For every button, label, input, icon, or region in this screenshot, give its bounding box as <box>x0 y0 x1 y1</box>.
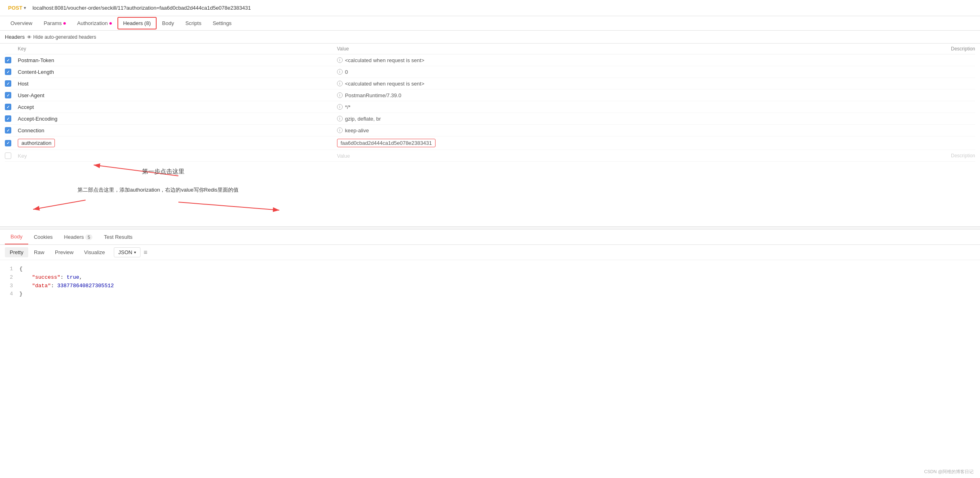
desc-placeholder: Description <box>720 153 975 159</box>
code-line-4: 4 } <box>5 290 975 298</box>
authorization-value-box: faa6d0cbad2d444ca1d5e078e2383431 <box>337 139 436 147</box>
tab-cookies[interactable]: Cookies <box>28 230 59 244</box>
code-line-1: 1 { <box>5 265 975 273</box>
svg-line-4 <box>33 200 86 209</box>
code-content-4: } <box>19 290 23 298</box>
key-authorization[interactable]: authorization <box>18 139 337 147</box>
tab-headers[interactable]: Headers (8) <box>117 17 157 29</box>
authorization-key-box: authorization <box>18 139 55 147</box>
code-value-data: 338778640827305512 <box>57 283 114 289</box>
line-num-3: 3 <box>5 282 13 290</box>
tab-body-response[interactable]: Body <box>5 230 28 244</box>
headers-badge: 5 <box>85 234 92 240</box>
resp-tab-raw[interactable]: Raw <box>29 247 49 257</box>
code-content-3: "data": 338778640827305512 <box>19 282 114 290</box>
key-content-length: Content-Length <box>18 69 337 75</box>
code-line-2: 2 "success": true, <box>5 273 975 282</box>
headers-subheader: Headers 👁 Hide auto-generated headers <box>0 31 980 44</box>
step1-annotation: 第一步点击这里 <box>142 168 184 175</box>
value-user-agent: i PostmanRuntime/7.39.0 <box>337 92 720 98</box>
line-num-4: 4 <box>5 290 13 298</box>
checkbox-host[interactable] <box>5 80 18 87</box>
url-input[interactable] <box>32 5 975 11</box>
method-select[interactable]: POST ▾ <box>5 3 29 13</box>
headers-label: Headers <box>5 34 25 40</box>
tab-settings[interactable]: Settings <box>207 16 237 30</box>
info-icon[interactable]: i <box>337 127 343 133</box>
checkbox-accept-encoding[interactable] <box>5 115 18 122</box>
code-line-3: 3 "data": 338778640827305512 <box>5 282 975 290</box>
table-row: User-Agent i PostmanRuntime/7.39.0 <box>5 90 975 101</box>
value-placeholder[interactable]: Value <box>337 153 720 159</box>
tab-headers-response[interactable]: Headers 5 <box>59 230 98 244</box>
resp-tab-preview[interactable]: Preview <box>50 247 78 257</box>
value-accept: i */* <box>337 104 720 110</box>
url-bar: POST ▾ <box>0 0 980 16</box>
resp-tab-pretty[interactable]: Pretty <box>5 247 28 257</box>
key-connection: Connection <box>18 127 337 134</box>
table-row: Accept i */* <box>5 101 975 113</box>
method-label: POST <box>8 5 22 11</box>
checkbox-content-length[interactable] <box>5 69 18 75</box>
table-header-row: Key Value Description <box>5 44 975 54</box>
table-row: Postman-Token i <calculated when request… <box>5 54 975 66</box>
info-icon[interactable]: i <box>337 92 343 98</box>
checkbox-postman-token[interactable] <box>5 57 18 63</box>
svg-line-5 <box>178 202 279 210</box>
code-content-2: "success": true, <box>19 273 82 282</box>
placeholder-row[interactable]: Key Value Description <box>5 150 975 162</box>
response-tabs-bar: Body Cookies Headers 5 Test Results <box>0 230 980 245</box>
tab-test-results[interactable]: Test Results <box>98 230 138 244</box>
response-code-area: 1 { 2 "success": true, 3 "data": 3387786… <box>0 260 980 303</box>
hide-auto-label: Hide auto-generated headers <box>33 34 96 40</box>
code-value-success: true <box>67 274 79 280</box>
value-host: i <calculated when request is sent> <box>337 81 720 87</box>
filter-icon[interactable]: ≡ <box>144 249 147 256</box>
response-toolbar: Pretty Raw Preview Visualize JSON ▾ ≡ <box>0 245 980 260</box>
value-authorization[interactable]: faa6d0cbad2d444ca1d5e078e2383431 <box>337 139 720 147</box>
line-num-1: 1 <box>5 265 13 273</box>
table-row: Connection i keep-alive <box>5 125 975 136</box>
tab-authorization[interactable]: Authorization <box>71 16 117 30</box>
tab-body[interactable]: Body <box>157 16 180 30</box>
table-row: Content-Length i 0 <box>5 66 975 78</box>
checkbox-authorization[interactable] <box>5 140 18 146</box>
annotation-area: 第一步点击这里 第二部点击这里，添加authorization，右边的value… <box>5 162 975 226</box>
params-dot <box>63 22 66 25</box>
format-select[interactable]: JSON ▾ <box>114 247 140 257</box>
tab-overview[interactable]: Overview <box>5 16 38 30</box>
checkbox-connection[interactable] <box>5 127 18 134</box>
table-row-authorization: authorization faa6d0cbad2d444ca1d5e078e2… <box>5 136 975 150</box>
key-host: Host <box>18 81 337 87</box>
info-icon[interactable]: i <box>337 81 343 86</box>
key-accept-encoding: Accept-Encoding <box>18 116 337 122</box>
value-connection: i keep-alive <box>337 127 720 134</box>
line-num-2: 2 <box>5 273 13 282</box>
info-icon[interactable]: i <box>337 69 343 75</box>
value-postman-token: i <calculated when request is sent> <box>337 57 720 63</box>
format-label: JSON <box>118 249 132 255</box>
col-value-header: Value <box>337 46 720 52</box>
eye-icon: 👁 <box>27 35 31 40</box>
info-icon[interactable]: i <box>337 57 343 63</box>
info-icon[interactable]: i <box>337 116 343 121</box>
auth-dot <box>109 22 112 25</box>
method-chevron-icon: ▾ <box>24 6 26 10</box>
value-content-length: i 0 <box>337 69 720 75</box>
resp-tab-visualize[interactable]: Visualize <box>79 247 110 257</box>
tab-scripts[interactable]: Scripts <box>180 16 207 30</box>
code-content-1: { <box>19 265 23 273</box>
key-postman-token: Postman-Token <box>18 57 337 63</box>
info-icon[interactable]: i <box>337 104 343 110</box>
key-user-agent: User-Agent <box>18 92 337 98</box>
code-key-data: "data" <box>32 283 51 289</box>
checkbox-accept[interactable] <box>5 104 18 110</box>
hide-auto-headers-link[interactable]: 👁 Hide auto-generated headers <box>27 34 96 40</box>
key-accept: Accept <box>18 104 337 110</box>
col-key-header: Key <box>18 46 337 52</box>
checkbox-user-agent[interactable] <box>5 92 18 98</box>
code-key-success: "success" <box>32 274 60 280</box>
tab-params[interactable]: Params <box>38 16 71 30</box>
key-placeholder[interactable]: Key <box>18 153 337 159</box>
value-accept-encoding: i gzip, deflate, br <box>337 116 720 122</box>
